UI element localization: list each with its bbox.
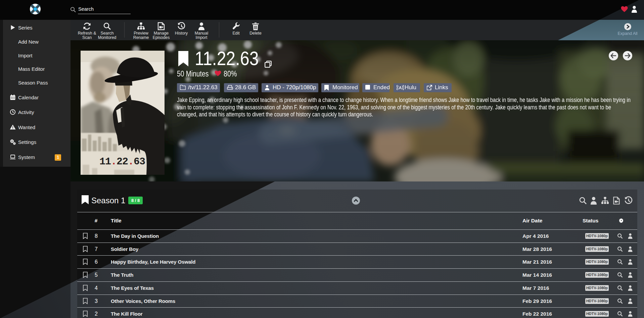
svg-text:A: A xyxy=(399,86,402,90)
svg-text:11.22.63: 11.22.63 xyxy=(99,156,145,167)
